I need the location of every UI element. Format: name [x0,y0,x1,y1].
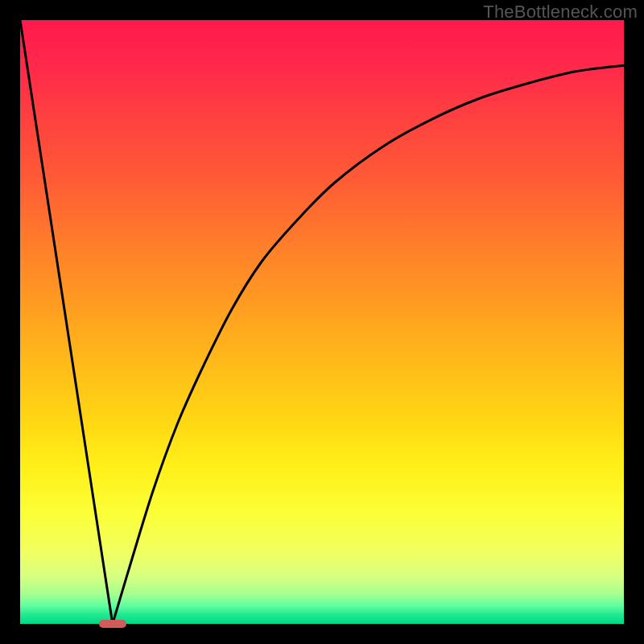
curve-right-arm [113,65,624,624]
chart-frame: TheBottleneck.com [0,0,644,644]
vertex-marker [99,620,126,629]
curve-left-arm [20,20,113,624]
watermark-text: TheBottleneck.com [483,2,638,23]
curve-layer [20,20,624,624]
plot-area [20,20,624,624]
